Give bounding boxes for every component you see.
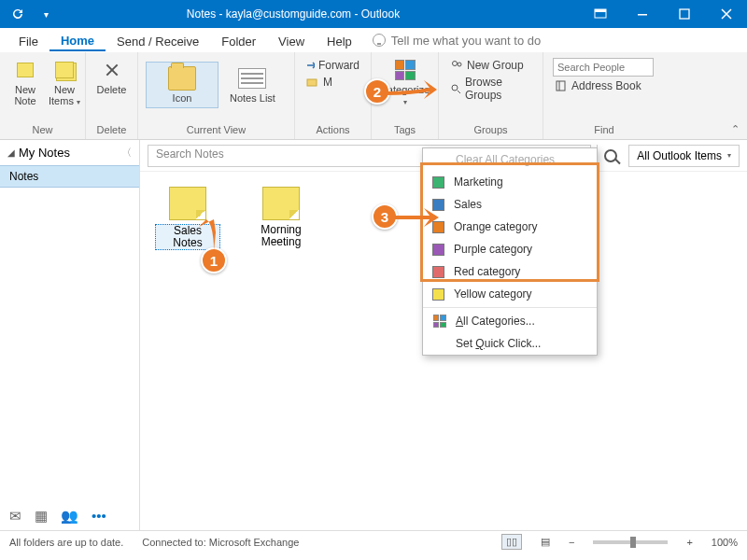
address-book-button[interactable]: Address Book bbox=[553, 78, 655, 93]
maximize-button[interactable] bbox=[663, 0, 705, 28]
group-delete-label: Delete bbox=[93, 124, 130, 137]
tab-folder[interactable]: Folder bbox=[210, 31, 267, 50]
nav-bar: ✉ ▦ 👥 ••• bbox=[0, 502, 139, 530]
view-noteslist-button[interactable]: Notes List bbox=[226, 64, 279, 105]
tab-send-receive[interactable]: Send / Receive bbox=[106, 31, 210, 50]
window-title: Notes - kayla@customguide.com - Outlook bbox=[63, 7, 579, 21]
title-bar: ▾ Notes - kayla@customguide.com - Outloo… bbox=[0, 0, 747, 28]
tab-view[interactable]: View bbox=[267, 31, 316, 50]
group-new-label: New bbox=[7, 124, 78, 137]
menu-bar: File Home Send / Receive Folder View Hel… bbox=[0, 28, 747, 52]
nav-mail-icon[interactable]: ✉ bbox=[9, 508, 21, 525]
zoom-out-button[interactable]: − bbox=[569, 537, 574, 548]
tab-home[interactable]: Home bbox=[49, 30, 106, 51]
search-scope-dropdown[interactable]: All Outlook Items▾ bbox=[628, 145, 740, 167]
zoom-level: 100% bbox=[712, 537, 738, 548]
tell-me-placeholder: Tell me what you want to do bbox=[391, 34, 541, 48]
svg-point-7 bbox=[452, 85, 458, 91]
forward-icon bbox=[306, 61, 315, 70]
group-currentview-label: Current View bbox=[146, 124, 287, 137]
move-button[interactable]: M bbox=[304, 75, 361, 90]
collapse-ribbon-icon[interactable]: ⌃ bbox=[731, 123, 740, 135]
bulb-icon bbox=[373, 34, 386, 47]
group-people-icon bbox=[450, 60, 463, 71]
group-groups-label: Groups bbox=[446, 124, 535, 137]
svg-rect-2 bbox=[638, 14, 647, 16]
categories-icon bbox=[433, 315, 446, 328]
categorize-icon bbox=[395, 60, 416, 80]
addressbook-icon bbox=[555, 80, 568, 91]
status-bar: All folders are up to date. Connected to… bbox=[0, 530, 747, 553]
tab-file[interactable]: File bbox=[7, 31, 49, 50]
close-button[interactable] bbox=[705, 0, 747, 28]
new-items-button[interactable]: New Items ▾ bbox=[45, 56, 84, 110]
zoom-slider[interactable] bbox=[593, 540, 668, 544]
category-marketing[interactable]: Marketing bbox=[423, 171, 597, 193]
refresh-icon[interactable] bbox=[6, 2, 30, 26]
search-people-input[interactable] bbox=[553, 58, 654, 77]
svg-rect-4 bbox=[307, 79, 317, 86]
list-icon bbox=[238, 68, 266, 89]
notes-stack-icon bbox=[55, 62, 74, 78]
set-quick-click-item[interactable]: Set Quick Click... bbox=[423, 332, 597, 355]
view-icon-button[interactable]: Icon bbox=[146, 62, 218, 108]
delete-icon bbox=[104, 62, 120, 78]
group-find-label: Find bbox=[551, 124, 657, 137]
view-reading-icon[interactable]: ▤ bbox=[541, 536, 550, 548]
group-tags-label: Tags bbox=[379, 124, 430, 137]
status-folders: All folders are up to date. bbox=[9, 537, 123, 548]
svg-point-6 bbox=[458, 63, 461, 66]
callout-1: 1 bbox=[201, 247, 227, 273]
body: ◢ My Notes 〈 Notes ✉ ▦ 👥 ••• Search Note… bbox=[0, 140, 747, 530]
forward-button[interactable]: Forward bbox=[304, 58, 361, 73]
minimize-button[interactable] bbox=[621, 0, 663, 28]
ribbon-display-icon[interactable] bbox=[579, 0, 621, 28]
view-normal-icon[interactable]: ▯▯ bbox=[501, 534, 522, 550]
move-icon bbox=[306, 77, 319, 88]
chevron-left-icon[interactable]: 〈 bbox=[121, 146, 132, 160]
group-actions-label: Actions bbox=[303, 124, 363, 137]
new-group-button[interactable]: New Group bbox=[448, 58, 533, 73]
search-button[interactable] bbox=[597, 145, 623, 167]
svg-point-5 bbox=[453, 62, 458, 66]
caret-icon: ◢ bbox=[7, 147, 15, 158]
folder-pane: ◢ My Notes 〈 Notes ✉ ▦ 👥 ••• bbox=[0, 140, 140, 530]
folder-pane-header[interactable]: ◢ My Notes 〈 bbox=[0, 140, 139, 165]
note-item-morning[interactable]: Morning Meeting bbox=[248, 187, 314, 250]
nav-more-icon[interactable]: ••• bbox=[92, 508, 106, 525]
nav-calendar-icon[interactable]: ▦ bbox=[35, 508, 48, 525]
tell-me-input[interactable]: Tell me what you want to do bbox=[373, 34, 541, 48]
tab-help[interactable]: Help bbox=[316, 31, 363, 50]
callout-2: 2 bbox=[364, 78, 390, 105]
nav-people-icon[interactable]: 👥 bbox=[61, 508, 78, 525]
folder-icon bbox=[168, 66, 196, 91]
category-yellow[interactable]: Yellow category bbox=[423, 283, 597, 305]
browse-icon bbox=[450, 83, 461, 94]
new-note-button[interactable]: New Note bbox=[7, 56, 43, 110]
category-sales[interactable]: Sales bbox=[423, 193, 597, 216]
svg-rect-3 bbox=[680, 9, 689, 19]
search-icon bbox=[604, 149, 617, 162]
svg-rect-1 bbox=[595, 9, 606, 12]
category-purple[interactable]: Purple category bbox=[423, 238, 597, 260]
categorize-dropdown: Clear All Categories Marketing Sales Ora… bbox=[422, 147, 598, 356]
category-red[interactable]: Red category bbox=[423, 260, 597, 283]
note-icon bbox=[17, 63, 34, 77]
zoom-in-button[interactable]: + bbox=[686, 537, 692, 548]
note-icon bbox=[262, 187, 300, 220]
category-orange[interactable]: Orange category bbox=[423, 216, 597, 238]
svg-rect-8 bbox=[557, 81, 565, 91]
clear-categories-item: Clear All Categories bbox=[423, 148, 597, 171]
status-connection: Connected to: Microsoft Exchange bbox=[142, 537, 299, 548]
all-categories-item[interactable]: All Categories... bbox=[423, 310, 597, 332]
note-label: Morning Meeting bbox=[261, 224, 301, 248]
callout-3: 3 bbox=[372, 203, 398, 230]
qat-dropdown-icon[interactable]: ▾ bbox=[34, 2, 58, 26]
browse-groups-button[interactable]: Browse Groups bbox=[448, 75, 533, 103]
folder-notes[interactable]: Notes bbox=[0, 165, 139, 188]
delete-button[interactable]: Delete bbox=[93, 56, 130, 97]
